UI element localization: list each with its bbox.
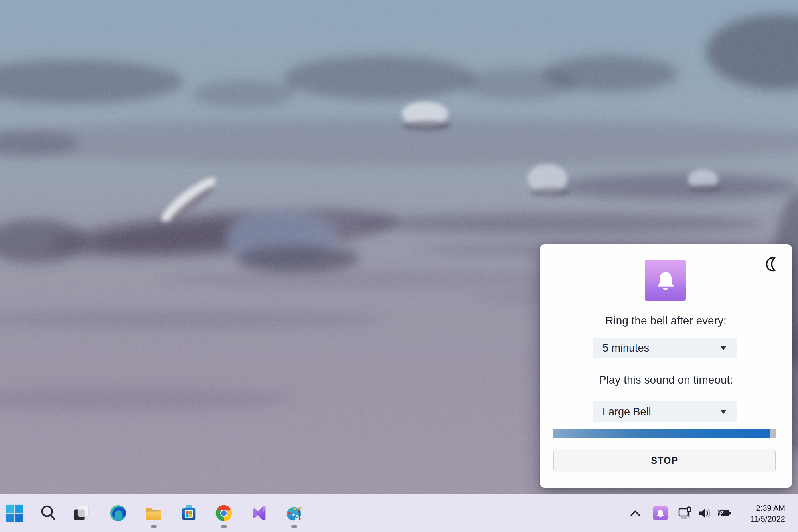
chrome-icon [215,504,233,522]
speaker-icon [697,506,712,520]
chevron-down-icon [720,346,727,350]
chevron-down-icon [720,410,727,414]
dark-mode-toggle[interactable] [763,255,781,274]
store-bag-icon [180,504,198,522]
taskbar-start-button[interactable] [5,504,24,523]
clock-date: 11/5/2022 [751,514,786,524]
sound-label: Play this sound on timeout: [540,374,792,386]
timer-progress-bar [553,429,776,438]
taskbar-edge-button[interactable] [109,504,128,523]
sound-select[interactable]: Large Bell [593,401,737,422]
taskbar-task-view-button[interactable] [72,504,91,523]
taskbar-chrome-button[interactable] [214,504,233,523]
tray-battery-button[interactable] [715,504,734,523]
monitor-pen-icon [678,506,693,520]
taskbar-file-explorer-button[interactable] [144,504,163,523]
stop-button[interactable]: STOP [553,449,776,472]
folder-icon [144,504,163,522]
chevron-up-icon [628,506,642,520]
interval-label: Ring the bell after every: [540,314,792,327]
tray-show-hidden-icons-button[interactable] [626,504,645,523]
desktop-screen: Ring the bell after every: 5 minutes Pla… [0,0,798,532]
bell-icon [654,269,677,292]
bell-app-tile [645,260,686,301]
running-indicator-paint [291,525,297,528]
interval-select[interactable]: 5 minutes [593,338,737,358]
tray-display-button[interactable] [676,504,695,523]
paint-palette-icon [285,504,303,522]
sound-select-value: Large Bell [593,406,720,418]
task-view-icon [72,504,91,522]
tray-bell-app-button[interactable] [651,504,670,523]
search-icon [40,504,58,522]
running-indicator-file-explorer [151,525,157,528]
edge-icon [109,504,127,522]
bell-app-tile-small [653,506,668,520]
clock-time: 2:39 AM [751,503,786,514]
moon-icon [764,256,780,273]
timer-progress-fill [553,429,770,438]
interval-select-value: 5 minutes [593,342,720,354]
taskbar-search-button[interactable] [39,504,58,523]
running-indicator-chrome [221,525,227,528]
tray-volume-button[interactable] [695,504,714,523]
taskbar-paint-button[interactable] [284,504,304,523]
visual-studio-icon [251,504,269,522]
tray-clock[interactable]: 2:39 AM 11/5/2022 [751,503,786,524]
battery-charging-icon [716,507,732,520]
bell-timer-window: Ring the bell after every: 5 minutes Pla… [540,244,792,488]
taskbar-visual-studio-button[interactable] [250,504,269,523]
bell-icon [656,508,665,518]
windows-start-icon [5,504,24,522]
taskbar-store-button[interactable] [179,504,198,523]
taskbar: 2:39 AM 11/5/2022 [0,494,798,532]
